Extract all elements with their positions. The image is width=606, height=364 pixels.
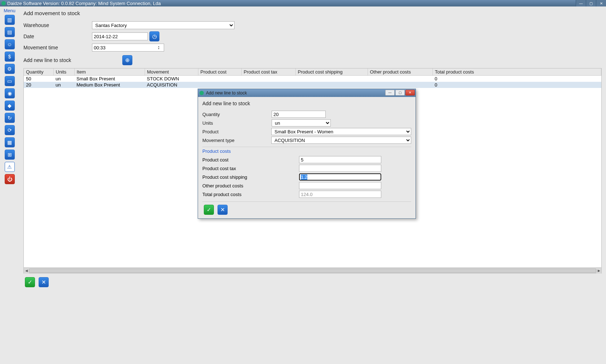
dlg-product-select[interactable]: Small Box Present - Women [271,128,411,135]
date-picker-button[interactable]: ◷ [149,31,159,41]
dlg-tpc-input [299,191,381,198]
col-pct[interactable]: Product cost tax [241,68,295,76]
maximize-button[interactable]: ▢ [586,0,596,6]
time-label: Movement time [23,45,92,50]
dlg-pc-input[interactable] [299,156,381,163]
dialog-titlebar[interactable]: Add new line to stock — ▢ ✕ [198,89,416,97]
cancel-button[interactable]: ✕ [39,277,49,287]
col-tpc[interactable]: Total product costs [432,68,601,76]
dialog-close-button[interactable]: ✕ [405,90,415,96]
dlg-confirm-button[interactable]: ✓ [204,205,214,215]
sidebar-btn-alert[interactable]: ⚠ [5,162,15,172]
sidebar-btn-calc[interactable]: ⊞ [5,150,15,160]
sidebar-btn-power[interactable]: ⏻ [5,174,15,184]
warehouse-select[interactable]: Santas Factory [92,21,234,29]
dlg-tpc-label: Total product costs [202,192,299,197]
col-item[interactable]: Item [74,68,145,76]
dlg-opc-input[interactable] [299,182,381,189]
close-button[interactable]: ✕ [596,0,606,6]
scroll-left-arrow[interactable]: ◀ [24,268,29,274]
menu-label: Menu [4,8,16,13]
add-line-dialog: Add new line to stock — ▢ ✕ Add new line… [198,89,416,219]
sidebar-btn-globe[interactable]: ◉ [5,88,15,98]
dlg-costs-heading: Product costs [202,147,411,154]
dialog-app-icon [199,91,204,95]
app-icon [1,1,6,5]
sidebar-btn-money[interactable]: $ [5,52,15,62]
warehouse-label: Warehouse [23,22,92,28]
confirm-button[interactable]: ✓ [25,277,35,287]
sidebar-btn-settings[interactable]: ⚙ [5,64,15,74]
time-input[interactable] [92,44,164,52]
minimize-button[interactable]: — [576,0,586,6]
date-label: Date [23,34,92,39]
titlebar-text: Daidze Software Version: 0.0.82 Company:… [7,1,161,6]
window-controls: — ▢ ✕ [576,0,606,6]
sidebar-btn-document[interactable]: ▤ [5,27,15,37]
dlg-pc-label: Product cost [202,157,299,163]
col-pc[interactable]: Product cost [198,68,241,76]
dialog-minimize-button[interactable]: — [385,90,395,96]
dlg-pct-input[interactable] [299,165,381,172]
col-pcs[interactable]: Product cost shipping [295,68,368,76]
dlg-opc-label: Other product costs [202,183,299,188]
dlg-quantity-label: Quantity [202,112,272,117]
dlg-pcs-input[interactable] [299,173,381,181]
date-input[interactable] [92,32,148,40]
sidebar-btn-calendar[interactable]: ▥ [5,15,15,25]
table-row[interactable]: 50 un Small Box Present STOCK DOWN 0 [24,76,601,82]
sidebar: Menu ▥ ▤ ☺ $ ⚙ ▭ ◉ ◆ ↻ ⟳ ▦ ⊞ ⚠ ⏻ [0,6,19,364]
content-area: Add movement to stock Warehouse Santas F… [19,6,606,364]
col-movement[interactable]: Movement [145,68,198,76]
table-hscrollbar[interactable]: ◀ ▶ [24,267,601,273]
dlg-units-label: Units [202,120,272,126]
table-row[interactable]: 20 un Medium Box Present ACQUISITION 0 [24,82,601,88]
dlg-pcs-label: Product cost shipping [202,174,299,180]
sidebar-btn-refresh[interactable]: ↻ [5,113,15,123]
dlg-pct-label: Product cost tax [202,166,299,171]
col-opc[interactable]: Other product costs [368,68,432,76]
dlg-units-select[interactable]: un [272,119,331,126]
col-quantity[interactable]: Quantity [24,68,53,76]
dialog-maximize-button[interactable]: ▢ [395,90,405,96]
sidebar-btn-tag[interactable]: ◆ [5,101,15,111]
sidebar-btn-contacts[interactable]: ▭ [5,76,15,86]
sidebar-btn-user[interactable]: ☺ [5,39,15,49]
sidebar-btn-sync[interactable]: ⟳ [5,125,15,135]
main-titlebar: Daidze Software Version: 0.0.82 Company:… [0,0,606,6]
dlg-movement-select[interactable]: ACQUISITION [271,137,411,144]
scroll-thumb[interactable] [29,268,596,273]
dlg-movement-label: Movement type [202,138,271,143]
dlg-quantity-input[interactable] [272,111,326,118]
scroll-right-arrow[interactable]: ▶ [596,268,601,274]
dialog-heading: Add new line to stock [202,101,411,106]
col-units[interactable]: Units [53,68,74,76]
add-line-button[interactable]: ⊕ [122,55,132,65]
page-title: Add movement to stock [23,10,602,16]
dlg-product-label: Product [202,129,271,134]
dialog-title-text: Add new line to stock [206,90,247,96]
add-line-label: Add new line to stock [23,57,121,63]
dlg-cancel-button[interactable]: ✕ [218,205,228,215]
sidebar-btn-report[interactable]: ▦ [5,137,15,147]
